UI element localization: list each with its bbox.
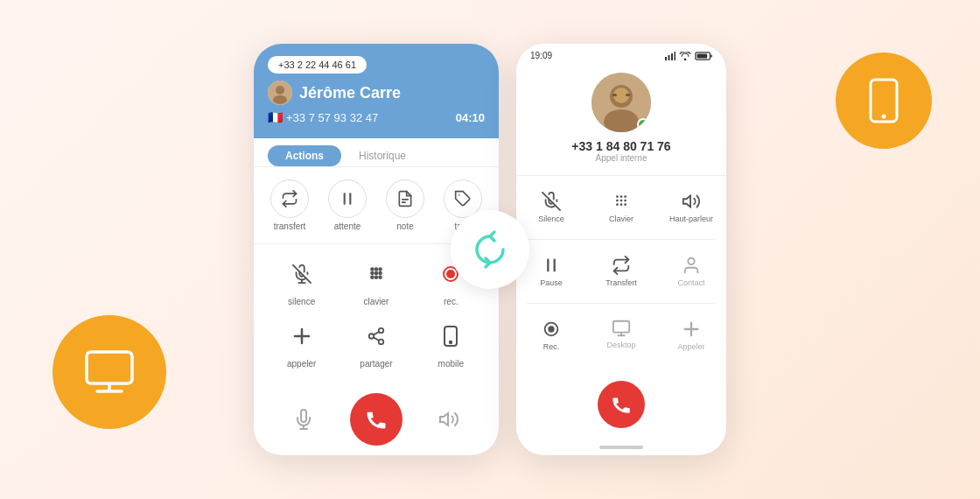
svg-point-59 <box>616 203 619 206</box>
partager-label: partager <box>360 359 392 369</box>
tab-history[interactable]: Historique <box>341 145 424 166</box>
mobile-call-type: Appel interne <box>596 153 648 163</box>
mobile-transfert-btn[interactable]: Transfert <box>586 247 656 296</box>
mobile-hautparleur-icon <box>682 192 701 211</box>
mobile-pause-icon <box>542 256 561 275</box>
transfert-icon <box>270 179 309 218</box>
svg-point-43 <box>684 59 686 60</box>
mobile-contact-area: +33 1 84 80 71 76 Appel interne <box>516 64 726 176</box>
note-btn[interactable]: note <box>380 179 430 231</box>
mobile-home-indicator <box>599 446 643 449</box>
mobile-hautparleur-btn[interactable]: Haut-parleur <box>656 183 726 232</box>
tab-actions[interactable]: Actions <box>268 145 341 166</box>
svg-point-58 <box>624 200 626 202</box>
caller-avatar <box>268 81 292 105</box>
bottom-buttons-row2: appeler partager <box>254 317 499 379</box>
speaker-btn[interactable] <box>430 400 468 439</box>
svg-point-60 <box>620 203 623 206</box>
rec-label: rec. <box>444 297 458 306</box>
mobile-caller-number: +33 1 84 80 71 76 <box>571 139 670 153</box>
svg-point-54 <box>620 195 623 198</box>
mobile-time: 19:09 <box>530 51 552 60</box>
mobile-btn[interactable]: mobile <box>417 317 485 369</box>
appeler-btn[interactable]: appeler <box>268 317 335 369</box>
sync-button[interactable] <box>451 210 529 289</box>
svg-marker-38 <box>440 413 448 425</box>
mobile-transfert-label: Transfert <box>606 278 637 287</box>
right-circle <box>836 53 932 149</box>
mobile-appeler-label: Appeler <box>677 342 704 351</box>
mobile-hangup-btn[interactable] <box>598 381 645 428</box>
mobile-silence-label: Silence <box>538 214 564 223</box>
sync-icon <box>468 228 512 271</box>
svg-point-67 <box>548 326 554 332</box>
appeler-icon <box>283 317 321 355</box>
desktop-header: +33 2 22 44 46 61 Jérôme Carre <box>254 44 499 138</box>
svg-line-32 <box>374 337 379 341</box>
mobile-clavier-label: Clavier <box>609 214 634 223</box>
mobile-contact-label: Contact <box>677 278 704 287</box>
svg-point-22 <box>371 276 374 278</box>
svg-rect-42 <box>675 52 676 60</box>
svg-rect-0 <box>87 352 132 383</box>
svg-point-53 <box>616 195 619 198</box>
hangup-btn[interactable] <box>350 393 402 446</box>
svg-point-16 <box>371 268 374 271</box>
mobile-silence-icon <box>542 192 561 211</box>
mobile-hautparleur-label: Haut-parleur <box>669 214 713 223</box>
note-label: note <box>396 221 413 231</box>
svg-point-24 <box>379 276 382 278</box>
caller-info-row: 🇫🇷 +33 7 57 93 32 47 04:10 <box>268 110 485 124</box>
mobile-status-icons <box>665 52 712 60</box>
flag-icon: 🇫🇷 <box>268 110 283 124</box>
svg-rect-50 <box>612 94 617 96</box>
mobile-contact-icon <box>682 256 701 275</box>
svg-rect-39 <box>665 57 667 60</box>
caller-name-row: Jérôme Carre <box>268 81 485 105</box>
mobile-desktop-btn[interactable]: Desktop <box>586 311 656 360</box>
mobile-rec-btn[interactable]: Rec. <box>516 311 586 360</box>
svg-rect-40 <box>668 55 670 60</box>
svg-rect-68 <box>613 321 629 333</box>
svg-point-55 <box>624 195 626 198</box>
mobile-silence-btn[interactable]: Silence <box>516 183 586 232</box>
call-controls <box>254 379 499 455</box>
scene: +33 2 22 44 46 61 Jérôme Carre <box>0 0 980 499</box>
svg-rect-51 <box>626 94 630 96</box>
mobile-hangup-area <box>516 367 726 442</box>
monitor-icon <box>83 350 136 394</box>
svg-point-61 <box>624 203 626 206</box>
svg-point-4 <box>882 115 886 119</box>
partager-btn[interactable]: partager <box>342 317 410 369</box>
note-icon <box>386 179 424 218</box>
svg-point-19 <box>371 272 374 275</box>
svg-point-35 <box>450 341 452 343</box>
mic-btn[interactable] <box>284 400 323 439</box>
mobile-desktop-icon <box>612 320 631 337</box>
svg-point-56 <box>616 200 619 202</box>
svg-point-26 <box>446 270 455 278</box>
svg-marker-62 <box>683 196 690 207</box>
clavier-label: clavier <box>364 297 389 306</box>
mobile-label: mobile <box>438 359 464 369</box>
attente-btn[interactable]: attente <box>322 179 373 231</box>
mobile-appeler-btn[interactable]: Appeler <box>656 311 726 360</box>
mobile-actions-row1: Silence <box>516 176 726 239</box>
online-dot <box>637 118 649 130</box>
svg-point-21 <box>379 272 382 275</box>
mobile-avatar <box>592 73 651 132</box>
clavier-btn[interactable]: clavier <box>342 255 410 306</box>
mobile-rec-label: Rec. <box>543 342 560 351</box>
silence-icon <box>283 255 321 293</box>
svg-point-23 <box>375 276 378 278</box>
mobile-desktop-label: Desktop <box>606 341 635 349</box>
call-timer: 04:10 <box>456 111 485 124</box>
transfert-btn[interactable]: transfert <box>264 179 315 231</box>
attente-icon <box>328 179 367 218</box>
silence-btn[interactable]: silence <box>268 255 335 306</box>
mobile-contact-btn[interactable]: Contact <box>656 247 726 296</box>
appeler-label: appeler <box>287 359 316 369</box>
mobile-status-bar: 19:09 <box>516 44 726 64</box>
caller-name: Jérôme Carre <box>299 84 401 102</box>
mobile-clavier-btn[interactable]: Clavier <box>586 183 656 232</box>
